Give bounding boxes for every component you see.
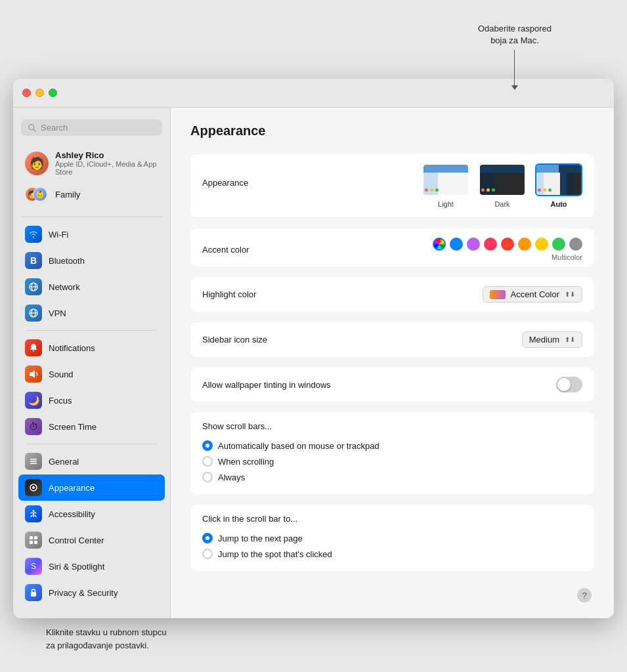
- swatch-blue[interactable]: [450, 238, 463, 251]
- appearance-option-auto[interactable]: Auto: [535, 163, 582, 208]
- scroll-when-label: When scrolling: [218, 457, 274, 467]
- bluetooth-label: Bluetooth: [49, 256, 85, 266]
- scroll-auto-radio[interactable]: [202, 440, 213, 451]
- vpn-label: VPN: [49, 308, 66, 318]
- wallpaper-tinting-row: Allow wallpaper tinting in windows: [190, 368, 594, 402]
- sidebar-divider-2: [26, 330, 157, 331]
- sidebar-item-siri[interactable]: S Siri & Spotlight: [18, 553, 165, 579]
- swatch-orange[interactable]: [518, 238, 531, 251]
- swatch-green[interactable]: [552, 238, 565, 251]
- system-preferences-window: Search 🧑 Ashley Rico Apple ID, iCloud+, …: [13, 79, 614, 618]
- svg-line-1: [33, 129, 36, 131]
- click-next-radio[interactable]: [202, 533, 213, 543]
- sidebar-icon-size-dropdown[interactable]: Medium ⬆⬇: [522, 331, 582, 348]
- highlight-color-dropdown[interactable]: Accent Color ⬆⬇: [483, 286, 582, 303]
- close-button[interactable]: [22, 89, 31, 97]
- svg-rect-17: [30, 541, 33, 544]
- sidebar-items: Wi-Fi B Bluetooth: [13, 221, 170, 606]
- scroll-when-radio[interactable]: [202, 456, 213, 467]
- network-icon: [25, 278, 42, 295]
- swatch-graphite[interactable]: [569, 238, 582, 251]
- maximize-button[interactable]: [49, 89, 57, 97]
- main-panel: Appearance Appearance: [171, 108, 614, 618]
- swatch-multicolor[interactable]: [433, 238, 446, 251]
- sidebar-item-family[interactable]: 🧑 👶 Family: [18, 181, 165, 207]
- sound-label: Sound: [49, 369, 74, 379]
- accent-color-section: Accent color: [190, 228, 594, 266]
- swatch-purple[interactable]: [467, 238, 480, 251]
- help-button[interactable]: ?: [577, 588, 592, 602]
- swatch-yellow[interactable]: [535, 238, 548, 251]
- appearance-label: Appearance: [49, 483, 95, 493]
- svg-rect-19: [31, 592, 36, 597]
- wallpaper-tinting-toggle[interactable]: [556, 377, 582, 392]
- multicolor-label: Multicolor: [551, 253, 582, 261]
- scroll-auto-label: Automatically based on mouse or trackpad: [218, 441, 379, 451]
- wallpaper-tinting-section: Allow wallpaper tinting in windows: [190, 368, 594, 402]
- appearance-option-light[interactable]: Light: [422, 163, 469, 208]
- notifications-label: Notifications: [49, 343, 95, 353]
- sidebar-item-appearance[interactable]: Appearance: [18, 474, 165, 501]
- sidebar-item-accessibility[interactable]: Accessibility: [18, 501, 165, 527]
- profile-section: 🧑 Ashley Rico Apple ID, iCloud+, Media &…: [13, 142, 170, 213]
- click-next-page-option[interactable]: Jump to the next page: [202, 530, 582, 546]
- appearance-row: Appearance: [190, 154, 594, 218]
- highlight-color-row: Highlight color Accent Color ⬆⬇: [190, 277, 594, 312]
- avatar: 🧑: [25, 152, 49, 175]
- scroll-auto-option[interactable]: Automatically based on mouse or trackpad: [202, 438, 582, 453]
- appearance-setting-label: Appearance: [202, 178, 248, 188]
- svg-point-14: [33, 510, 35, 512]
- sidebar-item-network[interactable]: Network: [18, 274, 165, 300]
- sidebar-divider-1: [21, 217, 162, 217]
- click-spot-radio[interactable]: [202, 549, 213, 559]
- sidebar-item-sound[interactable]: Sound: [18, 361, 165, 387]
- profile-item[interactable]: 🧑 Ashley Rico Apple ID, iCloud+, Media &…: [18, 145, 165, 181]
- sidebar-item-focus[interactable]: 🌙 Focus: [18, 387, 165, 413]
- annotation-top-text: Odaberite raspored boja za Mac.: [478, 23, 551, 47]
- click-spot-option[interactable]: Jump to the spot that's clicked: [202, 546, 582, 562]
- minimize-button[interactable]: [35, 89, 44, 97]
- annotation-top-arrow: [514, 50, 515, 86]
- siri-label: Siri & Spotlight: [49, 562, 104, 572]
- sidebar-item-controlcenter[interactable]: Control Center: [18, 527, 165, 553]
- window-content: Search 🧑 Ashley Rico Apple ID, iCloud+, …: [13, 108, 614, 618]
- swatch-red[interactable]: [501, 238, 514, 251]
- appearance-options: Light: [422, 163, 582, 208]
- sound-icon: [25, 366, 42, 383]
- svg-rect-9: [30, 459, 37, 460]
- appearance-option-dark[interactable]: Dark: [479, 163, 526, 208]
- click-scroll-section: Click in the scroll bar to... Jump to th…: [190, 505, 594, 571]
- scroll-when-scrolling-option[interactable]: When scrolling: [202, 453, 582, 469]
- accent-color-row: Accent color: [190, 228, 594, 266]
- search-box[interactable]: Search: [21, 119, 162, 136]
- svg-rect-10: [30, 461, 37, 462]
- sidebar-item-vpn[interactable]: VPN: [18, 300, 165, 326]
- color-swatches: [433, 238, 582, 251]
- vpn-icon: [25, 304, 42, 322]
- accent-color-label: Accent color: [202, 245, 249, 255]
- scroll-bars-section: Show scroll bars... Automatically based …: [190, 412, 594, 494]
- swatch-pink[interactable]: [484, 238, 497, 251]
- sidebar-icon-size-label: Sidebar icon size: [202, 335, 267, 345]
- sidebar-item-bluetooth[interactable]: B Bluetooth: [18, 247, 165, 274]
- help-container: ?: [190, 581, 594, 602]
- sidebar-item-notifications[interactable]: Notifications: [18, 335, 165, 361]
- focus-icon: 🌙: [25, 392, 42, 409]
- scroll-always-label: Always: [218, 472, 245, 482]
- appearance-thumbnail-dark: [479, 163, 526, 196]
- sidebar-item-general[interactable]: General: [18, 448, 165, 474]
- svg-rect-18: [34, 541, 37, 544]
- traffic-lights: [22, 89, 57, 97]
- sidebar-item-screentime[interactable]: ⏱ Screen Time: [18, 413, 165, 440]
- highlight-color-swatch: [490, 290, 506, 299]
- wifi-icon: [25, 226, 42, 243]
- highlight-color-value: Accent Color: [511, 289, 559, 299]
- scroll-always-option[interactable]: Always: [202, 469, 582, 485]
- chevron-updown-icon-2: ⬆⬇: [565, 336, 575, 343]
- sidebar-item-wifi[interactable]: Wi-Fi: [18, 221, 165, 247]
- svg-rect-16: [34, 536, 37, 539]
- privacy-label: Privacy & Security: [49, 588, 118, 598]
- sidebar-item-privacy[interactable]: Privacy & Security: [18, 579, 165, 606]
- scroll-always-radio[interactable]: [202, 472, 213, 482]
- chevron-updown-icon: ⬆⬇: [565, 291, 575, 298]
